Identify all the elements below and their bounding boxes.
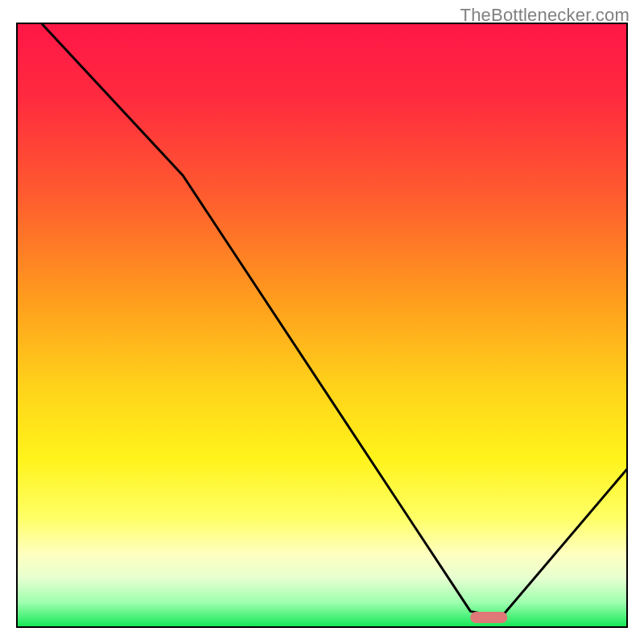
chart-container: TheBottlenecker.com [0, 0, 644, 644]
optimal-marker [470, 612, 507, 623]
bottleneck-curve [18, 24, 628, 628]
plot-area [16, 23, 628, 628]
plot-box [16, 23, 628, 628]
